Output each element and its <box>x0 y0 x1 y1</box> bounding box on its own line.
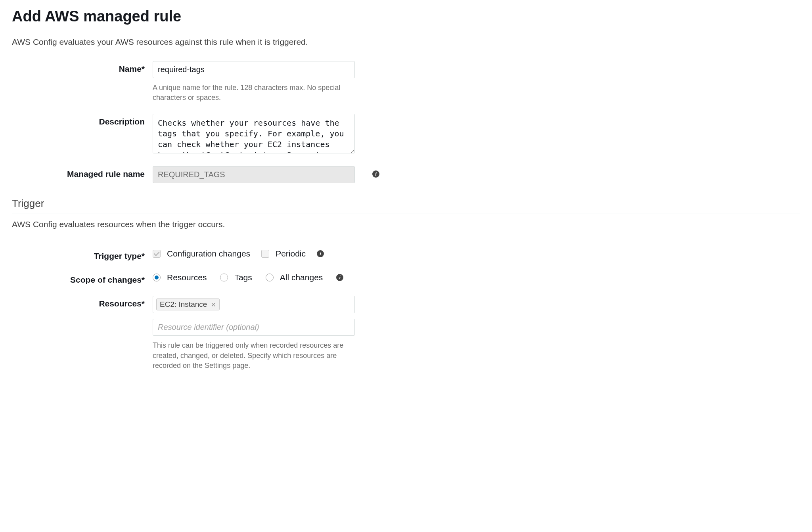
managed-rule-name-label: Managed rule name <box>67 169 145 178</box>
form-row-resources: Resources* EC2: Instance ✕ This rule can… <box>12 296 800 371</box>
description-label: Description <box>99 117 145 126</box>
managed-rule-name-input <box>153 166 355 183</box>
scope-of-changes-label: Scope of changes* <box>70 275 145 284</box>
name-input[interactable] <box>153 61 355 78</box>
resources-tag-input[interactable]: EC2: Instance ✕ <box>153 296 355 313</box>
scope-tags-radio[interactable] <box>220 274 228 281</box>
form-row-name: Name* A unique name for the rule. 128 ch… <box>12 61 800 103</box>
form-row-scope-of-changes: Scope of changes* Resources Tags All cha… <box>12 272 800 285</box>
name-label: Name* <box>119 64 145 73</box>
resources-help-text: This rule can be triggered only when rec… <box>153 341 351 371</box>
page-title: Add AWS managed rule <box>12 8 800 25</box>
resource-tag-label: EC2: Instance <box>160 300 207 309</box>
resource-tag-pill: EC2: Instance ✕ <box>156 299 220 310</box>
periodic-label: Periodic <box>276 249 306 258</box>
scope-all-changes-radio[interactable] <box>266 274 274 281</box>
close-icon[interactable]: ✕ <box>211 302 216 308</box>
info-icon[interactable]: i <box>372 170 379 178</box>
trigger-section-title: Trigger <box>12 197 800 210</box>
resource-identifier-input[interactable] <box>153 319 355 336</box>
form-row-trigger-type: Trigger type* Configuration changes Peri… <box>12 248 800 261</box>
info-icon[interactable]: i <box>317 250 324 257</box>
config-changes-checkbox <box>153 250 161 258</box>
page-description: AWS Config evaluates your AWS resources … <box>12 37 800 47</box>
scope-resources-radio[interactable] <box>153 274 161 281</box>
form-row-managed-rule-name: Managed rule name i <box>12 166 800 183</box>
info-icon[interactable]: i <box>336 274 343 281</box>
scope-all-changes-label: All changes <box>280 273 323 282</box>
form-row-description: Description <box>12 114 800 155</box>
title-divider <box>12 30 800 30</box>
resources-label: Resources* <box>99 299 145 308</box>
scope-tags-label: Tags <box>234 273 252 282</box>
periodic-checkbox[interactable] <box>261 250 269 258</box>
trigger-section-divider <box>12 214 800 214</box>
description-textarea[interactable] <box>153 114 355 153</box>
scope-resources-label: Resources <box>167 273 207 282</box>
trigger-section-description: AWS Config evaluates resources when the … <box>12 220 800 229</box>
trigger-type-label: Trigger type* <box>94 251 145 260</box>
name-help-text: A unique name for the rule. 128 characte… <box>153 83 351 103</box>
config-changes-label: Configuration changes <box>167 249 250 258</box>
